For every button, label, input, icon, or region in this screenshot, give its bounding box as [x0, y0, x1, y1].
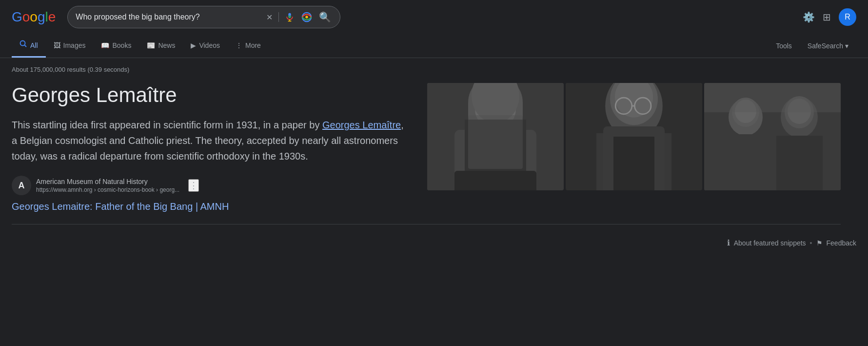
snippet-image-2[interactable] [566, 83, 702, 190]
more-tab-icon: ⋮ [236, 41, 242, 49]
source-avatar: A [12, 176, 31, 195]
tab-all[interactable]: All [12, 34, 46, 58]
tab-more-label: More [245, 41, 261, 49]
svg-rect-36 [704, 83, 841, 112]
source-more-options-button[interactable]: ⋮ [188, 179, 199, 192]
clear-search-button[interactable]: ✕ [265, 12, 274, 23]
header: Google ✕ [0, 0, 868, 34]
divider [278, 12, 279, 22]
feedback-icon: ⚑ [816, 239, 823, 247]
safesearch-button[interactable]: SafeSearch ▾ [800, 36, 856, 56]
snippet-image-3[interactable] [704, 83, 841, 190]
help-icon: ℹ [727, 238, 730, 247]
snippet-images [427, 83, 841, 190]
snippet-footer: ℹ About featured snippets • ⚑ Feedback [12, 232, 856, 247]
lens-search-button[interactable] [300, 11, 313, 23]
settings-button[interactable]: ⚙️ [803, 11, 815, 23]
svg-point-13 [472, 83, 519, 123]
safesearch-chevron-icon: ▾ [845, 42, 848, 50]
feedback-link[interactable]: Feedback [827, 239, 856, 247]
search-bar-icons: ✕ 🔍 [265, 10, 332, 24]
main-content: About 175,000,000 results (0.39 seconds)… [0, 58, 868, 247]
images-tab-icon: 🖼 [54, 41, 60, 49]
tab-news-label: News [158, 41, 175, 49]
search-input[interactable] [76, 13, 260, 21]
search-submit-button[interactable]: 🔍 [318, 10, 332, 24]
snippet-highlight-link[interactable]: Georges Lemaître [322, 120, 401, 130]
svg-rect-22 [613, 137, 654, 190]
tab-all-label: All [30, 41, 38, 49]
snippet-result-link[interactable]: Georges Lemaitre: Father of the Big Bang… [12, 201, 229, 212]
google-apps-button[interactable]: ⊞ [823, 11, 831, 23]
header-right: ⚙️ ⊞ R [803, 8, 856, 26]
svg-point-6 [306, 16, 309, 19]
source-name: American Museum of Natural History [36, 178, 179, 185]
safesearch-label: SafeSearch [808, 42, 843, 50]
svg-rect-2 [289, 16, 291, 18]
search-bar: ✕ 🔍 [67, 6, 340, 28]
snippet-image-1[interactable] [427, 83, 564, 190]
results-count: About 175,000,000 results (0.39 seconds) [12, 66, 856, 73]
all-tab-icon [20, 40, 27, 50]
svg-rect-15 [454, 171, 536, 190]
nav-tabs: All 🖼 Images 📖 Books 📰 News ▶ Videos ⋮ M… [0, 34, 868, 58]
snippet-text-section: Georges Lemaître This startling idea fir… [12, 83, 412, 212]
tab-books-label: Books [112, 41, 131, 49]
videos-tab-icon: ▶ [191, 41, 196, 49]
snippet-source: A American Museum of Natural History htt… [12, 176, 412, 195]
tab-images-label: Images [63, 41, 86, 49]
snippet-body: This startling idea first appeared in sc… [12, 117, 412, 164]
voice-search-button[interactable] [284, 11, 296, 23]
tab-images[interactable]: 🖼 Images [46, 36, 94, 57]
books-tab-icon: 📖 [101, 41, 109, 49]
svg-rect-34 [776, 136, 823, 190]
svg-point-7 [20, 41, 25, 46]
svg-rect-30 [724, 134, 768, 190]
tab-videos-label: Videos [199, 41, 220, 49]
tab-books[interactable]: 📖 Books [93, 36, 139, 57]
source-info: American Museum of Natural History https… [36, 178, 179, 193]
source-url: https://www.amnh.org › cosmic-horizons-b… [36, 186, 179, 193]
svg-rect-1 [289, 13, 291, 16]
news-tab-icon: 📰 [147, 41, 155, 49]
snippet-title: Georges Lemaître [12, 83, 412, 107]
tab-more[interactable]: ⋮ More [228, 36, 269, 57]
user-avatar-button[interactable]: R [839, 8, 856, 26]
google-logo: Google [12, 9, 56, 25]
tab-news[interactable]: 📰 News [139, 36, 183, 57]
about-featured-snippets-link[interactable]: About featured snippets [734, 239, 806, 247]
svg-line-8 [25, 45, 27, 47]
footer-dot: • [810, 239, 812, 247]
tab-videos[interactable]: ▶ Videos [183, 36, 228, 57]
tools-button[interactable]: Tools [768, 36, 800, 56]
featured-snippet: Georges Lemaître This startling idea fir… [12, 83, 841, 224]
